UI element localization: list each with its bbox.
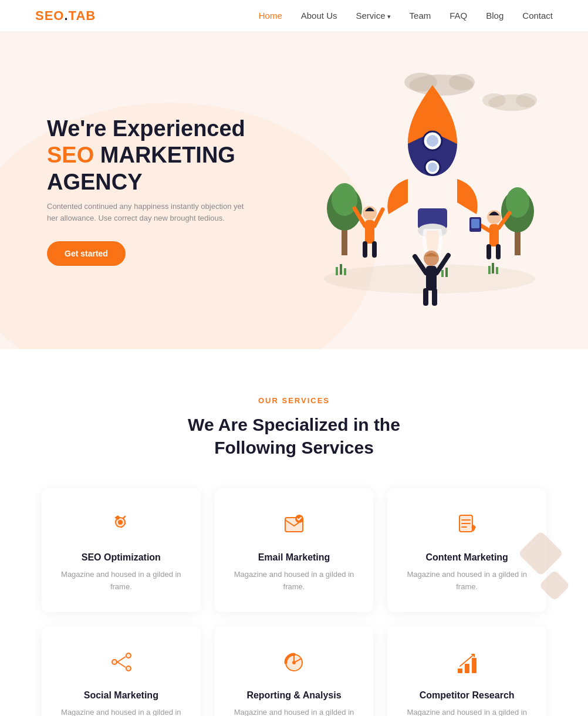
services-title-line2: Following Services [214, 438, 374, 457]
email-marketing-desc: Magazine and housed in a gilded in frame… [229, 569, 360, 593]
nav-link-blog[interactable]: Blog [486, 11, 503, 21]
hero-content: We're Experienced SEO MARKETING AGENCY C… [0, 80, 293, 301]
svg-rect-37 [432, 288, 437, 306]
reporting-analysis-name: Reporting & Analysis [246, 690, 341, 701]
svg-point-4 [482, 93, 506, 107]
logo-dot: . [64, 8, 68, 23]
services-title-line1: We Are Specialized in the [188, 415, 400, 434]
service-card-email: Email Marketing Magazine and housed in a… [215, 488, 374, 612]
svg-rect-67 [472, 658, 477, 673]
service-card-seo: SEO Optimization Magazine and housed in … [42, 488, 201, 612]
nav-item-faq[interactable]: FAQ [450, 11, 467, 21]
svg-line-59 [117, 662, 126, 667]
hero-title: We're Experienced SEO MARKETING AGENCY [47, 116, 246, 196]
svg-rect-42 [486, 244, 491, 259]
svg-point-15 [427, 135, 438, 147]
nav-item-home[interactable]: Home [259, 11, 282, 21]
svg-rect-27 [445, 268, 448, 277]
hex-small [539, 570, 570, 602]
svg-point-2 [449, 74, 475, 90]
logo-seo: SEO [35, 8, 64, 23]
svg-point-48 [118, 520, 123, 525]
svg-point-64 [292, 661, 296, 664]
seo-optimization-desc: Magazine and housed in a gilded in frame… [56, 569, 187, 593]
hero-illustration-svg [306, 50, 553, 320]
svg-point-62 [113, 660, 116, 664]
svg-point-60 [127, 654, 130, 657]
nav-links: Home About Us Service Team FAQ Blog Cont… [259, 11, 553, 21]
competitor-research-name: Competitor Research [420, 690, 515, 701]
nav-link-faq[interactable]: FAQ [450, 11, 467, 21]
nav-link-contact[interactable]: Contact [522, 11, 553, 21]
services-section-label: OUR SERVICES [35, 396, 553, 405]
social-marketing-name: Social Marketing [84, 690, 158, 701]
svg-rect-65 [458, 668, 462, 673]
social-marketing-icon [109, 650, 133, 680]
svg-rect-25 [496, 267, 498, 274]
services-section: OUR SERVICES We Are Specialized in the F… [0, 349, 588, 716]
seo-optimization-name: SEO Optimization [82, 552, 161, 563]
hex-large [518, 531, 564, 576]
svg-point-5 [516, 93, 537, 107]
nav-link-home[interactable]: Home [259, 11, 282, 21]
svg-line-58 [117, 657, 126, 662]
nav-link-about[interactable]: About Us [301, 11, 337, 21]
services-grid: SEO Optimization Magazine and housed in … [42, 488, 546, 716]
nav-item-team[interactable]: Team [410, 11, 431, 21]
content-marketing-desc: Magazine and housed in a gilded in frame… [401, 569, 532, 593]
email-marketing-icon [282, 512, 306, 542]
svg-rect-23 [488, 266, 491, 274]
reporting-analysis-desc: Magazine and housed in a gilded in frame… [229, 707, 360, 716]
hero-subtitle: Contented continued any happiness instan… [47, 201, 246, 225]
hero-section: We're Experienced SEO MARKETING AGENCY C… [0, 32, 588, 349]
nav-item-contact[interactable]: Contact [522, 11, 553, 21]
svg-rect-21 [340, 264, 342, 275]
svg-point-9 [332, 183, 357, 216]
hero-illustration [306, 50, 553, 320]
svg-point-34 [424, 251, 439, 266]
nav-item-blog[interactable]: Blog [486, 11, 503, 21]
svg-rect-43 [496, 244, 501, 259]
content-marketing-icon [455, 512, 479, 542]
get-started-button[interactable]: Get started [47, 241, 126, 266]
nav-link-team[interactable]: Team [410, 11, 431, 21]
service-card-competitor: Competitor Research Magazine and housed … [387, 626, 546, 716]
service-card-social: Social Marketing Magazine and housed in … [42, 626, 201, 716]
svg-point-61 [127, 667, 130, 670]
svg-rect-30 [363, 241, 367, 258]
logo[interactable]: SEO.TAB [35, 8, 96, 23]
svg-rect-36 [423, 288, 428, 306]
email-marketing-name: Email Marketing [258, 552, 330, 563]
svg-rect-22 [344, 268, 346, 275]
hero-seo-word: SEO [47, 143, 94, 167]
hero-title-line1: We're Experienced [47, 116, 245, 141]
svg-rect-24 [492, 263, 494, 273]
competitor-research-icon [455, 650, 479, 680]
nav-item-service[interactable]: Service [356, 11, 390, 21]
nav-item-about[interactable]: About Us [301, 11, 337, 21]
svg-rect-20 [336, 267, 338, 275]
service-card-reporting: Reporting & Analysis Magazine and housed… [215, 626, 374, 716]
svg-rect-35 [426, 266, 437, 291]
seo-optimization-icon [109, 512, 133, 542]
svg-rect-29 [365, 220, 374, 244]
svg-rect-26 [441, 270, 444, 277]
competitor-research-desc: Magazine and housed in a gilded in frame… [401, 707, 532, 716]
reporting-analysis-icon [282, 650, 306, 680]
hex-decorations [520, 533, 570, 602]
social-marketing-desc: Magazine and housed in a gilded in frame… [56, 707, 187, 716]
svg-rect-46 [471, 219, 479, 228]
logo-tab: TAB [69, 8, 96, 23]
svg-point-17 [428, 163, 437, 172]
svg-rect-31 [372, 241, 377, 258]
navbar: SEO.TAB Home About Us Service Team FAQ B… [0, 0, 588, 32]
nav-link-service[interactable]: Service [356, 11, 390, 21]
services-section-title: We Are Specialized in the Following Serv… [35, 413, 553, 459]
svg-rect-66 [465, 664, 469, 673]
content-marketing-name: Content Marketing [425, 552, 508, 563]
